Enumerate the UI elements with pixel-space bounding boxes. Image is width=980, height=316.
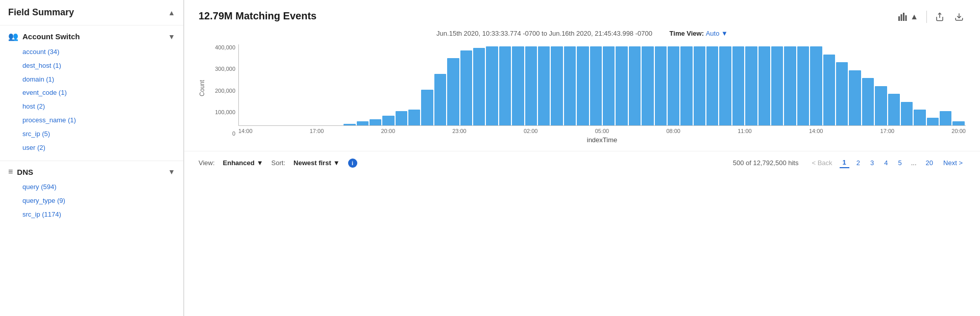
bar-14 <box>421 90 433 125</box>
field-process-name[interactable]: process_name (1) <box>22 114 183 127</box>
view-select-btn[interactable]: Enhanced ▼ <box>223 159 263 167</box>
x-label-11: 11:00 <box>738 128 752 134</box>
dns-chevron[interactable]: ▼ <box>168 168 175 176</box>
chart-wrapper: 14:00 17:00 20:00 23:00 02:00 05:00 08:0… <box>238 44 966 151</box>
field-query[interactable]: query (594) <box>22 180 183 194</box>
svg-rect-2 <box>903 13 904 21</box>
pagination-area: 500 of 12,792,500 hits < Back 1 2 3 4 5 … <box>733 157 966 168</box>
bar-30 <box>629 46 641 125</box>
bar-51 <box>901 102 913 126</box>
sort-select-btn[interactable]: Newest first ▼ <box>293 159 340 167</box>
bar-16 <box>447 58 459 125</box>
field-src-ip[interactable]: src_ip (5) <box>22 127 183 141</box>
bar-31 <box>642 46 653 125</box>
field-domain[interactable]: domain (1) <box>22 73 183 87</box>
field-account[interactable]: account (34) <box>22 45 183 59</box>
dns-fields: query (594) query_type (9) src_ip (1174) <box>0 179 183 225</box>
bar-chart-icon <box>898 12 908 21</box>
time-range-text: Jun.15th 2020, 10:33:33.774 -0700 to Jun… <box>436 30 652 37</box>
bar-10 <box>370 119 381 125</box>
bar-4 <box>292 125 304 125</box>
group-header-left: 👥 Account Switch <box>8 32 80 41</box>
back-btn[interactable]: < Back <box>808 158 835 168</box>
time-view-chevron: ▼ <box>721 30 728 37</box>
divider-1 <box>0 25 183 25</box>
group-header-account-switch[interactable]: 👥 Account Switch ▼ <box>0 28 183 44</box>
x-label-20: 20:00 <box>381 128 395 134</box>
field-query-type[interactable]: query_type (9) <box>22 194 183 208</box>
field-dest-host[interactable]: dest_host (1) <box>22 59 183 73</box>
time-view-value: Auto <box>706 30 720 37</box>
sort-chevron: ▼ <box>333 159 340 167</box>
bar-17 <box>460 50 472 125</box>
bar-15 <box>434 74 446 125</box>
field-event-code[interactable]: event_code (1) <box>22 86 183 100</box>
bar-43 <box>797 46 809 125</box>
bar-28 <box>603 46 615 125</box>
y-axis: 400,000 300,000 200,000 100,000 0 <box>208 44 238 151</box>
bar-0 <box>240 125 252 125</box>
field-src-ip-dns[interactable]: src_ip (1174) <box>22 208 183 222</box>
page-1-btn[interactable]: 1 <box>840 157 849 168</box>
bar-44 <box>810 46 822 125</box>
bar-9 <box>357 121 369 125</box>
next-btn[interactable]: Next > <box>940 158 966 168</box>
field-summary-title: Field Summary <box>8 7 74 18</box>
account-switch-chevron[interactable]: ▼ <box>168 33 175 41</box>
toolbar-separator <box>926 11 927 23</box>
bar-25 <box>564 46 576 125</box>
bar-11 <box>382 116 394 125</box>
time-view-select[interactable]: Auto ▼ <box>706 30 728 37</box>
x-axis: 14:00 17:00 20:00 23:00 02:00 05:00 08:0… <box>238 126 966 134</box>
field-summary-chevron[interactable]: ▲ <box>168 9 175 17</box>
bar-46 <box>836 62 848 125</box>
bar-33 <box>668 46 679 125</box>
page-20-btn[interactable]: 20 <box>923 158 936 168</box>
hits-count: 500 of 12,792,500 hits <box>733 159 799 167</box>
bar-13 <box>408 110 420 125</box>
bottom-bar: View: Enhanced ▼ Sort: Newest first ▼ i … <box>184 151 980 174</box>
field-host[interactable]: host (2) <box>22 100 183 114</box>
dns-icon: ≡ <box>8 167 13 176</box>
field-user[interactable]: user (2) <box>22 141 183 155</box>
bar-3 <box>279 125 290 125</box>
chart-header: 12.79M Matching Events ▲ <box>199 10 966 23</box>
share-btn[interactable] <box>933 10 946 23</box>
page-4-btn[interactable]: 4 <box>881 158 891 168</box>
chart-toggle-btn[interactable]: ▲ <box>896 10 920 23</box>
group-header-dns[interactable]: ≡ DNS ▼ <box>0 163 183 179</box>
chart-toolbar: ▲ <box>896 10 966 23</box>
divider-2 <box>0 161 183 161</box>
chart-chevron-up: ▲ <box>910 12 918 21</box>
bar-47 <box>849 70 861 126</box>
bar-2 <box>266 125 278 125</box>
bar-18 <box>473 48 485 125</box>
info-icon[interactable]: i <box>348 159 357 168</box>
view-chevron: ▼ <box>257 159 263 167</box>
bar-8 <box>344 124 355 125</box>
x-label-02: 02:00 <box>524 128 538 134</box>
bar-5 <box>305 125 316 125</box>
bar-39 <box>745 46 757 125</box>
download-icon <box>954 12 964 21</box>
page-2-btn[interactable]: 2 <box>853 158 863 168</box>
svg-rect-0 <box>898 16 900 21</box>
x-label-17b: 17:00 <box>880 128 895 134</box>
svg-rect-3 <box>905 15 907 21</box>
account-switch-fields: account (34) dest_host (1) domain (1) ev… <box>0 44 183 159</box>
y-label-100k: 100,000 <box>215 109 235 115</box>
time-view-label: Time View: <box>670 30 704 37</box>
field-summary-header: Field Summary ▲ <box>0 0 183 23</box>
chart-area: Count 400,000 300,000 200,000 100,000 0 … <box>199 44 966 151</box>
chart-container: 12.79M Matching Events ▲ <box>184 0 980 151</box>
download-btn[interactable] <box>952 10 966 23</box>
x-label-20b: 20:00 <box>951 128 966 134</box>
back-label: < Back <box>812 159 832 167</box>
x-axis-title: indexTime <box>238 136 966 144</box>
x-label-14b: 14:00 <box>809 128 823 134</box>
page-5-btn[interactable]: 5 <box>895 158 905 168</box>
bar-23 <box>538 46 550 125</box>
page-3-btn[interactable]: 3 <box>867 158 877 168</box>
bar-52 <box>914 110 925 125</box>
bar-21 <box>512 46 524 125</box>
